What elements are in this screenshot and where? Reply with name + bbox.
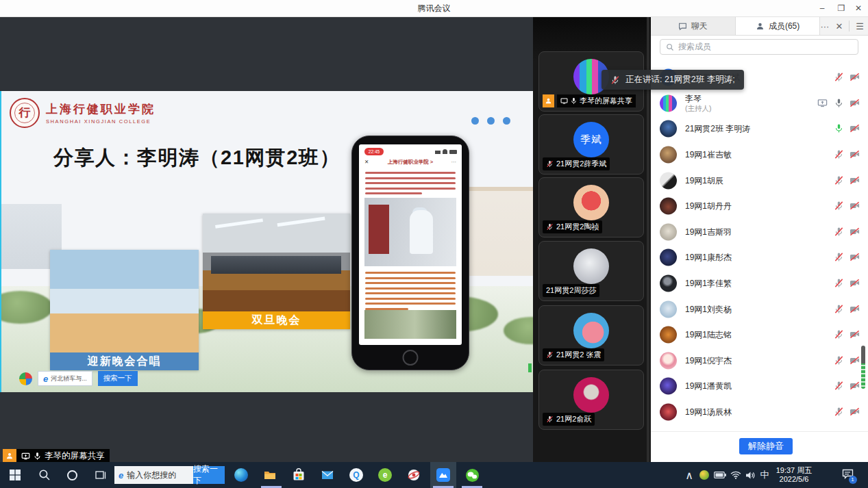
member-row[interactable]: 19网1胡丹丹 bbox=[651, 193, 868, 219]
camera-muted-icon[interactable] bbox=[850, 329, 860, 339]
tray-wifi-icon[interactable] bbox=[729, 462, 743, 488]
mic-muted-icon[interactable] bbox=[834, 355, 844, 365]
tray-expand-chevron-icon[interactable]: ∧ bbox=[682, 462, 696, 488]
member-name: 李琴 bbox=[685, 94, 702, 103]
member-row[interactable]: 19网1康彤杰 bbox=[651, 244, 868, 270]
ie-icon: e bbox=[114, 470, 123, 480]
camera-muted-icon[interactable] bbox=[850, 252, 860, 262]
video-tile[interactable]: 季斌 21网贯2薛季斌 bbox=[538, 114, 644, 175]
close-button[interactable]: ✕ bbox=[849, 0, 868, 17]
member-row[interactable]: 21网贯2班 李明涛 bbox=[651, 116, 868, 142]
taskbar-app-edge[interactable] bbox=[227, 462, 256, 488]
member-search-input[interactable]: 搜索成员 bbox=[660, 39, 858, 55]
camera-muted-icon[interactable] bbox=[850, 355, 860, 365]
video-tile[interactable]: 21网2俞跃 bbox=[538, 370, 644, 430]
clock-date: 2022/5/6 bbox=[773, 475, 815, 484]
mic-icon[interactable] bbox=[834, 98, 844, 108]
mic-muted-icon[interactable] bbox=[834, 227, 844, 237]
member-row[interactable]: 19网1崔吉敏 bbox=[651, 142, 868, 168]
taskbar-app-qq-browser[interactable]: Q bbox=[342, 462, 371, 488]
mic-muted-icon[interactable] bbox=[834, 381, 844, 391]
mic-muted-icon[interactable] bbox=[834, 201, 844, 211]
taskbar-search-icon[interactable] bbox=[30, 462, 59, 488]
mic-muted-icon[interactable] bbox=[834, 72, 844, 82]
taskbar-app-store[interactable] bbox=[284, 462, 313, 488]
member-row[interactable]: 19网1陆志铭 bbox=[651, 322, 868, 348]
tray-battery-icon[interactable] bbox=[712, 462, 728, 488]
float-search-box[interactable]: e 河北轿车与... bbox=[38, 371, 92, 386]
tray-ime-indicator[interactable]: 中 bbox=[758, 462, 771, 488]
tray-volume-icon[interactable] bbox=[743, 462, 757, 488]
mic-muted-icon[interactable] bbox=[546, 351, 554, 359]
unmute-button[interactable]: 解除静音 bbox=[739, 438, 793, 454]
cortana-icon[interactable] bbox=[58, 462, 86, 488]
mic-muted-icon[interactable] bbox=[834, 329, 844, 339]
start-button[interactable] bbox=[1, 462, 29, 488]
task-view-icon[interactable] bbox=[86, 462, 115, 488]
member-row[interactable]: 19网1吉斯羽 bbox=[651, 219, 868, 245]
mic-muted-icon[interactable] bbox=[546, 415, 554, 423]
camera-muted-icon[interactable] bbox=[850, 175, 860, 185]
camera-muted-icon[interactable] bbox=[850, 201, 860, 211]
action-center-icon[interactable]: 1 bbox=[837, 462, 858, 488]
taskbar-app-360-browser[interactable]: e bbox=[371, 462, 399, 488]
mic-muted-icon[interactable] bbox=[834, 175, 844, 185]
member-row[interactable]: 19网1刘奕杨 bbox=[651, 296, 868, 322]
video-tile[interactable]: 21网贯2周莎莎 bbox=[538, 241, 644, 301]
member-avatar bbox=[660, 94, 677, 112]
taskbar-search-box[interactable]: e 输入你想搜的 搜索一下 bbox=[114, 466, 225, 484]
mic-muted-icon[interactable] bbox=[834, 407, 844, 417]
tab-chat[interactable]: 聊天 bbox=[651, 17, 736, 35]
tray-360-icon[interactable] bbox=[697, 462, 711, 488]
member-row[interactable]: 19网1李佳繁 bbox=[651, 270, 868, 296]
member-avatar bbox=[660, 275, 677, 292]
360-logo-icon[interactable] bbox=[19, 372, 32, 385]
presenter-icon bbox=[3, 449, 16, 463]
tray-clock[interactable]: 19:37 周五 2022/5/6 bbox=[773, 462, 815, 488]
taskbar-app-satellite-tool[interactable] bbox=[399, 462, 428, 488]
taskbar-app-file-explorer[interactable] bbox=[256, 462, 284, 488]
tab-members-label: 成员(65) bbox=[769, 21, 799, 32]
taskbar-app-mail[interactable] bbox=[313, 462, 342, 488]
mic-muted-icon[interactable] bbox=[834, 304, 844, 314]
mic-muted-icon[interactable] bbox=[834, 149, 844, 159]
camera-muted-icon[interactable] bbox=[850, 227, 860, 237]
member-search-placeholder: 搜索成员 bbox=[678, 41, 711, 53]
camera-muted-icon[interactable] bbox=[850, 278, 860, 288]
college-name-cn: 上海行健职业学院 bbox=[46, 101, 156, 117]
member-avatar bbox=[660, 172, 677, 189]
camera-muted-icon[interactable] bbox=[850, 98, 860, 108]
camera-muted-icon[interactable] bbox=[850, 304, 860, 314]
member-row[interactable]: 19网1汤辰林 bbox=[651, 399, 868, 425]
panel-more-button[interactable]: ··· bbox=[820, 21, 829, 31]
video-tile[interactable]: 21网贯2 张震 bbox=[538, 305, 644, 365]
tab-members[interactable]: 成员(65) bbox=[736, 17, 821, 35]
member-row[interactable]: 19网1胡辰 bbox=[651, 168, 868, 194]
taskbar-search-button[interactable]: 搜索一下 bbox=[193, 466, 225, 484]
tab-chat-label: 聊天 bbox=[691, 21, 708, 32]
mic-muted-icon[interactable] bbox=[834, 278, 844, 288]
camera-muted-icon[interactable] bbox=[850, 149, 860, 159]
camera-muted-icon[interactable] bbox=[850, 381, 860, 391]
taskbar-app-wechat[interactable] bbox=[458, 462, 486, 488]
mic-muted-icon[interactable] bbox=[546, 160, 554, 168]
maximize-button[interactable]: ❐ bbox=[832, 0, 851, 17]
camera-muted-icon[interactable] bbox=[850, 123, 860, 133]
screen-share-icon[interactable] bbox=[817, 98, 828, 108]
video-tile[interactable]: 21网贯2陶祯 bbox=[538, 177, 644, 237]
taskbar-app-tencent-meeting[interactable] bbox=[429, 462, 458, 488]
member-row[interactable]: 19网1潘黄凯 bbox=[651, 373, 868, 399]
camera-muted-icon[interactable] bbox=[850, 407, 860, 417]
minimize-button[interactable]: – bbox=[813, 0, 832, 17]
mic-muted-icon[interactable] bbox=[834, 252, 844, 262]
float-search-button[interactable]: 搜索一下 bbox=[98, 371, 138, 386]
mic-muted-icon[interactable] bbox=[546, 223, 554, 231]
member-list-scrollbar[interactable] bbox=[861, 346, 865, 389]
shared-screen-area: 上海行健职业学院 SHANGHAI XINGJIAN COLLEGE 分享人：李… bbox=[0, 17, 533, 462]
panel-close-button[interactable]: ✕ bbox=[835, 21, 843, 31]
member-row[interactable]: 19网1倪宇杰 bbox=[651, 348, 868, 374]
mic-speaking-icon[interactable] bbox=[834, 123, 844, 133]
camera-muted-icon[interactable] bbox=[850, 72, 860, 82]
layout-menu-button[interactable]: ☰ bbox=[856, 21, 864, 31]
member-row[interactable]: 李琴 (主持人) bbox=[651, 90, 868, 116]
